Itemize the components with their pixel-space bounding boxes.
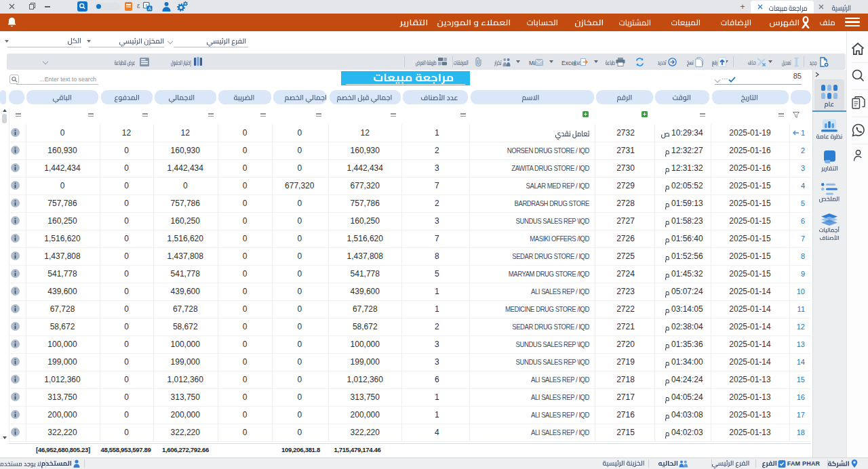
svg-text:f: f [146,3,147,8]
svg-text:A: A [148,6,151,11]
